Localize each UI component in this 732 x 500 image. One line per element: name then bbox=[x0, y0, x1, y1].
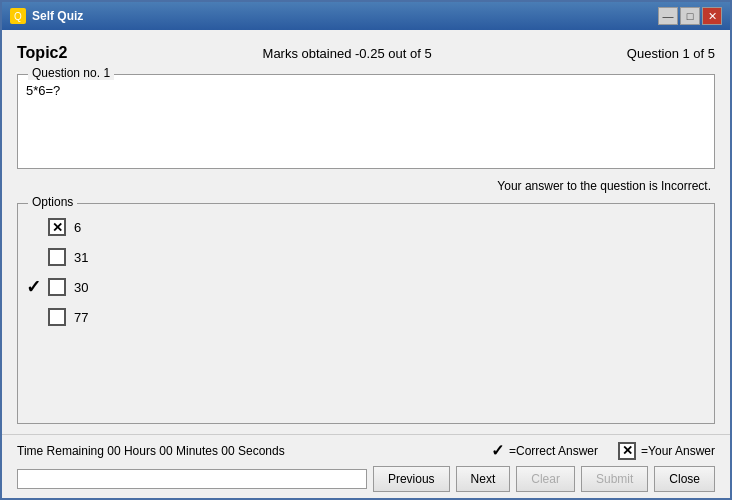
footer-bottom: Previous Next Clear Submit Close bbox=[17, 466, 715, 492]
option-checkbox-1[interactable] bbox=[48, 218, 66, 236]
minimize-button[interactable]: — bbox=[658, 7, 678, 25]
question-box: Question no. 1 5*6=? bbox=[17, 74, 715, 169]
option-label-1: 6 bbox=[74, 220, 81, 235]
question-info: Question 1 of 5 bbox=[627, 46, 715, 61]
options-list: 6 31 ✓ 30 77 bbox=[48, 214, 704, 326]
option-checkbox-2[interactable] bbox=[48, 248, 66, 266]
footer-top: Time Remaining 00 Hours 00 Minutes 00 Se… bbox=[17, 441, 715, 460]
option-label-3: 30 bbox=[74, 280, 88, 295]
option-checkbox-4[interactable] bbox=[48, 308, 66, 326]
option-row-4: 77 bbox=[48, 308, 704, 326]
correct-check-icon: ✓ bbox=[491, 441, 504, 460]
title-bar-left: Q Self Quiz bbox=[10, 8, 83, 24]
option-label-4: 77 bbox=[74, 310, 88, 325]
content-area: Topic2 Marks obtained -0.25 out of 5 Que… bbox=[2, 30, 730, 434]
timer-display: Time Remaining 00 Hours 00 Minutes 00 Se… bbox=[17, 444, 285, 458]
option-checkbox-3[interactable] bbox=[48, 278, 66, 296]
marks-info: Marks obtained -0.25 out of 5 bbox=[263, 46, 432, 61]
incorrect-message: Your answer to the question is Incorrect… bbox=[17, 177, 715, 195]
footer-area: Time Remaining 00 Hours 00 Minutes 00 Se… bbox=[2, 434, 730, 498]
question-number: Question no. 1 bbox=[28, 66, 114, 80]
option-row-2: 31 bbox=[48, 248, 704, 266]
next-button[interactable]: Next bbox=[456, 466, 511, 492]
legend-your-answer: ✕ =Your Answer bbox=[618, 442, 715, 460]
window-title: Self Quiz bbox=[32, 9, 83, 23]
main-window: Q Self Quiz — □ ✕ Topic2 Marks obtained … bbox=[0, 0, 732, 500]
close-button[interactable]: Close bbox=[654, 466, 715, 492]
window-close-button[interactable]: ✕ bbox=[702, 7, 722, 25]
question-text: 5*6=? bbox=[26, 79, 60, 98]
option-row-3: ✓ 30 bbox=[48, 278, 704, 296]
legend-correct: ✓ =Correct Answer bbox=[491, 441, 598, 460]
options-box: Options 6 31 ✓ 30 bbox=[17, 203, 715, 424]
progress-bar bbox=[17, 469, 367, 489]
header-row: Topic2 Marks obtained -0.25 out of 5 Que… bbox=[17, 40, 715, 66]
options-legend: Options bbox=[28, 195, 77, 209]
title-bar: Q Self Quiz — □ ✕ bbox=[2, 2, 730, 30]
legend-area: ✓ =Correct Answer ✕ =Your Answer bbox=[491, 441, 715, 460]
legend-correct-label: =Correct Answer bbox=[509, 444, 598, 458]
submit-button[interactable]: Submit bbox=[581, 466, 648, 492]
your-answer-xbox-icon: ✕ bbox=[618, 442, 636, 460]
app-icon: Q bbox=[10, 8, 26, 24]
maximize-button[interactable]: □ bbox=[680, 7, 700, 25]
clear-button[interactable]: Clear bbox=[516, 466, 575, 492]
previous-button[interactable]: Previous bbox=[373, 466, 450, 492]
option-row-1: 6 bbox=[48, 218, 704, 236]
legend-your-label: =Your Answer bbox=[641, 444, 715, 458]
title-controls: — □ ✕ bbox=[658, 7, 722, 25]
correct-answer-mark: ✓ bbox=[26, 276, 41, 298]
option-label-2: 31 bbox=[74, 250, 88, 265]
topic-title: Topic2 bbox=[17, 44, 67, 62]
